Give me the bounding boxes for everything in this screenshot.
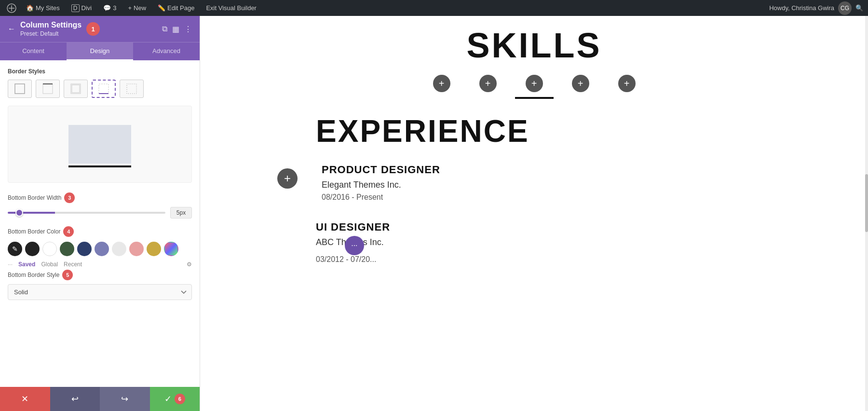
border-width-label: Bottom Border Width 3: [8, 192, 192, 203]
add-experience-1[interactable]: +: [277, 168, 298, 189]
divi-icon: D: [71, 4, 80, 12]
border-style-dotted[interactable]: [120, 80, 144, 98]
user-avatar[interactable]: CG: [838, 1, 852, 15]
experience-row-1: + PRODUCT DESIGNER Elegant Themes Inc. 0…: [239, 164, 829, 202]
dates-2: 03/2012 - 07/20... ···: [316, 250, 403, 270]
experience-title: EXPERIENCE: [239, 113, 829, 149]
skills-underline: [515, 97, 554, 99]
tab-bar: Content Design Advanced: [0, 42, 200, 60]
delete-button[interactable]: ✕: [0, 387, 50, 411]
back-icon[interactable]: ←: [8, 25, 15, 33]
skills-title: SKILLS: [239, 26, 829, 65]
wp-logo-icon[interactable]: [5, 1, 18, 15]
color-swatch-light-gray[interactable]: [112, 242, 126, 256]
experience-details-2: UI DESIGNER ABC Themes Inc. 03/2012 - 07…: [277, 221, 403, 270]
color-tabs: ··· Saved Global Recent ⚙: [8, 261, 192, 268]
window-icon[interactable]: ⧉: [162, 25, 167, 33]
color-swatches: ✎: [8, 242, 192, 256]
context-menu-dot[interactable]: ···: [345, 236, 364, 255]
column-settings-panel: ← Column Settings Preset: Default 1 ⧉ ▦ …: [0, 16, 200, 411]
my-sites-icon: 🏠: [26, 4, 34, 12]
action-bar: ✕ ↩ ↪ ✓ 6: [0, 387, 200, 411]
color-swatch-pink[interactable]: [129, 242, 144, 256]
add-column-1[interactable]: +: [433, 75, 450, 92]
divi-menu[interactable]: D Divi: [68, 4, 95, 12]
border-width-slider[interactable]: [8, 212, 165, 214]
panel-title-area: ← Column Settings Preset: Default 1: [8, 21, 100, 37]
edit-page-menu[interactable]: ✏️ Edit Page: [154, 4, 198, 12]
company-1: Elegant Themes Inc.: [322, 180, 440, 190]
more-icon[interactable]: ⋮: [184, 25, 192, 34]
undo-button[interactable]: ↩: [50, 387, 100, 411]
search-icon[interactable]: 🔍: [855, 4, 863, 12]
color-dots[interactable]: ···: [8, 261, 13, 268]
svg-rect-5: [72, 85, 80, 93]
color-swatch-gold[interactable]: [147, 242, 161, 256]
border-style-none[interactable]: [8, 80, 32, 98]
pencil-icon: ✏️: [158, 4, 165, 12]
dates-1: 08/2016 - Present: [322, 193, 440, 202]
border-style-select-section: Bottom Border Style 5 Solid None Dashed …: [8, 270, 192, 300]
comments-menu[interactable]: 💬 3: [99, 4, 120, 12]
color-settings-icon[interactable]: ⚙: [187, 261, 192, 268]
color-swatch-purple[interactable]: [95, 242, 109, 256]
skills-section: SKILLS: [239, 26, 829, 65]
redo-button[interactable]: ↪: [100, 387, 150, 411]
scroll-thumb[interactable]: [865, 174, 868, 232]
add-column-5[interactable]: +: [618, 75, 636, 92]
preset-dropdown[interactable]: Preset: Default: [20, 30, 81, 37]
main-layout: ← Column Settings Preset: Default 1 ⧉ ▦ …: [0, 16, 868, 411]
tab-design[interactable]: Design: [67, 42, 133, 60]
border-preview-inner: [68, 125, 131, 164]
border-width-section: Bottom Border Width 3 5px: [8, 192, 192, 219]
experience-row-2: UI DESIGNER ABC Themes Inc. 03/2012 - 07…: [239, 221, 829, 270]
border-style-select[interactable]: Solid None Dashed Dotted Double: [8, 284, 192, 300]
border-style-bottom[interactable]: [92, 80, 116, 98]
add-column-4[interactable]: +: [572, 75, 589, 92]
column-add-row: + + + + +: [239, 75, 829, 92]
color-swatch-black[interactable]: [25, 242, 40, 256]
border-style-solid-top[interactable]: [36, 80, 60, 98]
step-badge-1: 1: [86, 22, 100, 36]
svg-rect-4: [71, 84, 81, 94]
step-badge-6: 6: [175, 394, 185, 404]
border-style-select-label: Bottom Border Style 5: [8, 270, 192, 280]
tab-advanced[interactable]: Advanced: [133, 42, 200, 60]
border-style-double[interactable]: [64, 80, 88, 98]
step-badge-3: 3: [64, 192, 75, 203]
color-tab-recent[interactable]: Recent: [64, 261, 82, 268]
exit-builder-menu[interactable]: Exit Visual Builder: [202, 4, 260, 12]
color-swatch-dark-blue[interactable]: [77, 242, 92, 256]
color-tab-global[interactable]: Global: [41, 261, 58, 268]
panel-header: ← Column Settings Preset: Default 1 ⧉ ▦ …: [0, 16, 200, 42]
border-style-options: [8, 80, 192, 98]
color-tab-saved[interactable]: Saved: [18, 261, 35, 268]
panel-content: Border Styles: [0, 60, 200, 387]
color-swatch-dark-green[interactable]: [60, 242, 74, 256]
my-sites-menu[interactable]: 🏠 My Sites: [22, 4, 64, 12]
layout-icon[interactable]: ▦: [172, 25, 179, 34]
scrollbar[interactable]: [865, 16, 868, 411]
svg-rect-2: [43, 84, 53, 94]
step-badge-4: 4: [63, 226, 74, 237]
comment-icon: 💬: [103, 4, 111, 12]
new-menu[interactable]: + New: [124, 4, 150, 12]
job-title-1: PRODUCT DESIGNER: [322, 164, 440, 176]
color-swatch-white[interactable]: [42, 242, 57, 256]
svg-rect-1: [15, 84, 25, 94]
experience-section: EXPERIENCE + PRODUCT DESIGNER Elegant Th…: [239, 113, 829, 270]
color-eyedropper[interactable]: ✎: [8, 242, 22, 256]
add-column-3[interactable]: +: [526, 75, 543, 92]
border-preview: [8, 106, 192, 183]
page-content: SKILLS + + + + + EXPERIENCE + PRODUCT DE…: [200, 16, 868, 299]
tab-content[interactable]: Content: [0, 42, 67, 60]
admin-bar: 🏠 My Sites D Divi 💬 3 + New ✏️ Edit Page…: [0, 0, 868, 16]
border-styles-label: Border Styles: [8, 68, 192, 75]
color-swatch-gradient[interactable]: [164, 242, 178, 256]
panel-title: Column Settings: [20, 21, 81, 29]
step-badge-5: 5: [62, 270, 73, 280]
add-column-2[interactable]: +: [479, 75, 497, 92]
panel-header-icons: ⧉ ▦ ⋮: [162, 25, 192, 34]
admin-bar-right: Howdy, Christina Gwira CG 🔍: [769, 1, 863, 15]
confirm-button[interactable]: ✓ 6: [150, 387, 200, 411]
